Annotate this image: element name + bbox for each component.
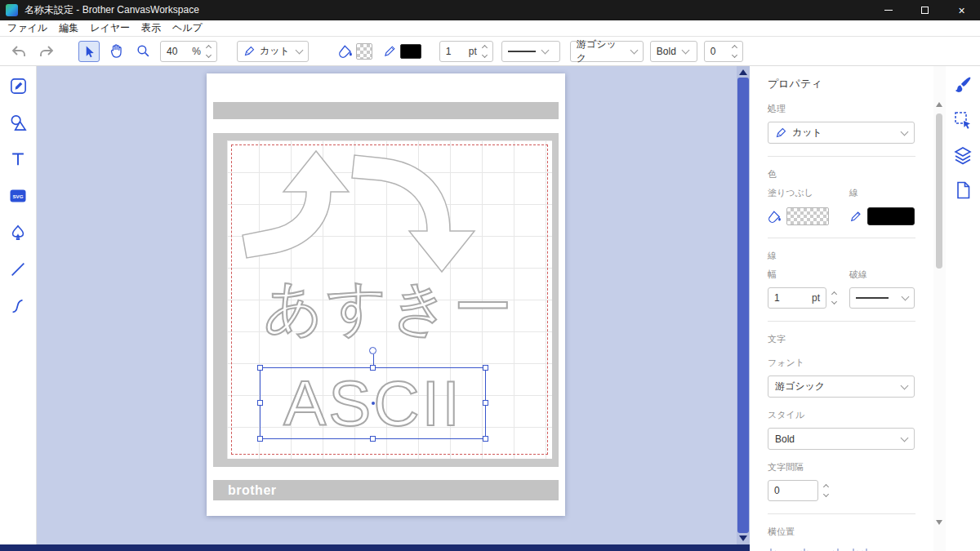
selection-center-dot [372,402,375,405]
font-dropdown-toolbar[interactable]: 游ゴシック [570,41,644,62]
spacing-decrement-icon[interactable] [732,51,737,57]
text-tool-button[interactable] [7,148,29,171]
hand-icon [109,43,124,59]
zoom-decrement-icon[interactable] [206,51,212,57]
vertical-scroll-thumb[interactable] [737,78,749,533]
fill-color-control[interactable] [768,207,849,225]
canvas-vertical-scrollbar[interactable] [737,66,750,544]
mat-frame: あすきー ASCII [213,133,559,467]
shapes-button[interactable] [7,111,29,134]
line-width-field[interactable]: 1 pt [768,287,826,309]
pencil-icon [849,210,862,223]
selection-handle-ne[interactable] [483,365,488,371]
menu-help[interactable]: ヘルプ [167,21,208,35]
zoom-level-field[interactable]: 40 % [160,41,217,62]
line-color-control[interactable] [849,207,915,225]
width-decrement-icon[interactable] [482,51,488,57]
selection-box[interactable]: ASCII [260,367,486,439]
align-justify-button[interactable] [851,546,869,551]
selection-handle-w[interactable] [257,400,263,406]
line-icon [9,260,27,278]
titlebar: 名称未設定 - Brother CanvasWorkspace × [0,0,980,20]
chevron-down-icon [295,46,303,54]
page-tab-button[interactable] [951,179,974,202]
line-width-unit: pt [812,292,820,304]
font-value: 游ゴシック [577,38,625,65]
curve-tool-button[interactable] [7,295,29,318]
menu-layer[interactable]: レイヤー [84,21,136,35]
spacing-field-toolbar[interactable]: 0 [704,41,743,62]
align-left-button[interactable] [768,546,786,551]
panel-scroll-down-icon[interactable] [936,520,942,525]
line-width-field[interactable]: 1 pt [439,41,493,62]
svg-import-button[interactable]: SVG [7,184,29,207]
style-dropdown-toolbar[interactable]: Bold [650,41,697,62]
minimize-button[interactable] [870,0,906,20]
spacing-decrement-icon[interactable] [823,491,829,497]
rotation-handle[interactable] [369,347,376,354]
left-sidebar: SVG [0,66,37,544]
line-width-value: 1 [446,46,452,57]
canvas-horizontal-scrollbar[interactable] [0,544,750,551]
font-dropdown[interactable]: 游ゴシック [768,375,915,398]
process-value: カット [260,44,290,58]
align-right-button[interactable] [823,546,841,551]
layers-tab-button[interactable] [951,144,974,167]
scroll-up-icon[interactable] [739,69,747,75]
align-right-icon [824,547,840,551]
line-color-button[interactable] [382,41,423,62]
dash-style-dropdown[interactable] [849,287,915,309]
pan-tool-button[interactable] [105,41,127,62]
panel-scroll-up-icon[interactable] [936,102,942,107]
zoom-tool-button[interactable] [132,41,154,62]
selection-handle-sw[interactable] [257,436,263,442]
japanese-text-object[interactable]: あすきー [227,274,552,340]
width-increment-icon[interactable] [831,291,837,297]
fill-color-swatch[interactable] [786,207,829,225]
selection-handle-e[interactable] [483,400,488,406]
fill-color-button[interactable] [336,41,374,62]
transform-tab-button[interactable] [951,109,974,131]
selection-handle-se[interactable] [483,436,488,442]
menu-file[interactable]: ファイル [2,21,53,35]
work-grid[interactable]: あすきー ASCII [227,140,552,459]
chevron-down-icon [901,381,909,389]
line-color-label: 線 [849,187,915,199]
close-button[interactable]: × [943,0,980,20]
width-increment-icon[interactable] [482,44,488,50]
canvas-area[interactable]: あすきー ASCII [37,66,750,544]
process-dropdown[interactable]: カット [768,122,915,144]
undo-icon [11,45,27,58]
align-center-button[interactable] [795,546,813,551]
line-tool-button[interactable] [7,258,29,281]
align-center-icon [796,547,813,551]
selection-handle-nw[interactable] [257,365,263,371]
close-icon: × [958,5,964,16]
maximize-button[interactable] [906,0,943,20]
pattern-collection-button[interactable] [7,221,29,244]
artboard-mat[interactable]: あすきー ASCII [207,73,565,516]
menu-view[interactable]: 表示 [136,21,167,35]
paint-bucket-icon [768,210,782,224]
style-dropdown[interactable]: Bold [768,428,915,450]
dash-style-dropdown-toolbar[interactable] [501,41,560,62]
selection-handle-s[interactable] [370,436,376,442]
spacing-field[interactable]: 0 [768,480,818,501]
zoom-value: 40 [167,46,177,57]
redo-button[interactable] [36,41,57,62]
properties-tab-button[interactable] [951,73,974,96]
scroll-down-icon[interactable] [739,535,747,541]
width-decrement-icon[interactable] [831,299,837,304]
undo-button[interactable] [8,41,29,62]
line-color-swatch[interactable] [867,207,915,225]
select-tool-button[interactable] [78,41,100,62]
spacing-increment-icon[interactable] [823,484,829,490]
menu-edit[interactable]: 編集 [53,21,84,35]
panel-scroll-thumb[interactable] [936,113,942,269]
edit-panel-button[interactable] [7,74,29,97]
selection-handle-n[interactable] [370,365,376,371]
zoom-increment-icon[interactable] [206,44,212,50]
spacing-increment-icon[interactable] [732,44,737,50]
panel-scrollbar[interactable] [933,66,946,551]
process-dropdown-toolbar[interactable]: カット [237,41,309,62]
